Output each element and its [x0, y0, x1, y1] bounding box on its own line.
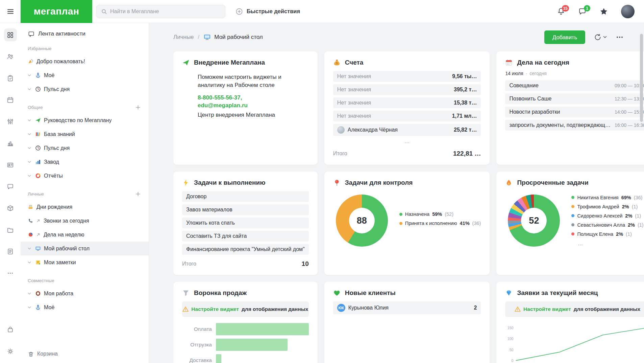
invoice-row[interactable]: Александра Чёрная25,82 т…: [333, 124, 481, 136]
today-row[interactable]: Позвонить Саше12:30 — 13:00: [505, 93, 644, 104]
rail-contacts-button[interactable]: [4, 158, 17, 171]
sidebar-item-my-work[interactable]: Моя работа: [21, 287, 149, 300]
chevron-down-icon[interactable]: [27, 146, 32, 150]
sidebar-item-mine-shared[interactable]: Моё: [21, 300, 149, 314]
today-row[interactable]: Новости разработки14:00 — 15:00: [505, 107, 644, 117]
search-input[interactable]: [110, 8, 221, 15]
refresh-button[interactable]: [594, 33, 607, 41]
sidebar-item-my-desktop[interactable]: Мой рабочий стол: [21, 242, 149, 255]
funnel-category: Оплата: [182, 326, 212, 332]
sidebar-item-label: Руководство по Мегаплану: [44, 117, 112, 123]
messages-button[interactable]: 1: [578, 7, 587, 16]
favorites-button[interactable]: [599, 7, 608, 16]
invoice-row[interactable]: Нет значения395,2 т…: [333, 84, 481, 95]
today-row[interactable]: Совещание09:00 — 10:00: [505, 80, 644, 91]
page-menu-button[interactable]: [616, 33, 624, 41]
chevron-down-icon[interactable]: [27, 160, 32, 164]
client-row[interactable]: ЮККурынова Юлия2: [333, 301, 481, 314]
legend-item[interactable]: Сидоренко Алексей2%(1): [571, 213, 643, 219]
sidebar-item-welcome[interactable]: Добро пожаловать!: [21, 54, 149, 68]
rail-dashboard-button[interactable]: [4, 28, 17, 41]
sidebar-item-day-pulse-fav[interactable]: Пульс дня: [21, 82, 149, 96]
configure-widget-banner[interactable]: Настройте виджет для отображения данных: [505, 301, 644, 317]
add-widget-button[interactable]: Добавить: [544, 30, 585, 44]
rail-settings-button[interactable]: [4, 345, 17, 358]
legend-item[interactable]: Полищук Елена2%(1): [571, 231, 643, 237]
configure-widget-banner[interactable]: Настройте виджет для отображения данных: [182, 301, 309, 317]
notifications-button[interactable]: 15: [557, 7, 565, 16]
rail-deals-button[interactable]: [4, 323, 17, 336]
brand-logo[interactable]: мегаплан: [21, 0, 92, 23]
rail-documents-button[interactable]: [4, 223, 17, 236]
legend-more[interactable]: …: [577, 241, 643, 247]
funnel-row[interactable]: Отгрузка: [182, 339, 309, 351]
invoice-row[interactable]: Нет значения1,71 мл…: [333, 111, 481, 121]
sidebar-item-reports[interactable]: Отчёты: [21, 169, 149, 183]
funnel-row[interactable]: Оплата: [182, 323, 309, 335]
sidebar-item-calls-today[interactable]: Звонки за сегодня: [21, 214, 149, 228]
legend-item[interactable]: Никитина Евгения69%(36): [571, 195, 643, 200]
configure-widget-link[interactable]: Настройте виджет: [191, 306, 239, 312]
chevron-down-icon[interactable]: [27, 87, 32, 91]
page-scrollbar[interactable]: [640, 34, 643, 122]
breadcrumb-parent[interactable]: Личные: [173, 34, 194, 41]
rail-news-button[interactable]: [4, 245, 17, 258]
chevron-down-icon[interactable]: [27, 305, 32, 310]
chevron-down-icon[interactable]: [27, 247, 32, 251]
funnel-row[interactable]: Доставка: [182, 354, 309, 363]
chevron-down-icon[interactable]: [27, 132, 32, 136]
task-row[interactable]: Финансирование проекта "Умный детский до…: [182, 244, 309, 255]
chevron-down-icon[interactable]: [27, 73, 32, 77]
legend-item[interactable]: Назначена59%(52): [399, 211, 481, 217]
configure-widget-link[interactable]: Настройте виджет: [523, 306, 571, 312]
chevron-down-icon[interactable]: [27, 260, 32, 265]
rail-calendar-button[interactable]: [4, 93, 17, 106]
line-chart[interactable]: 050100150нед 1нед 2нед 3нед 4: [505, 320, 644, 363]
sidebar-item-knowledge-base[interactable]: База знаний: [21, 127, 149, 141]
sidebar-item-day-pulse[interactable]: Пульс дня: [21, 141, 149, 155]
chevron-down-icon[interactable]: [27, 118, 32, 122]
rail-more-button[interactable]: [4, 267, 17, 279]
invoice-row[interactable]: Нет значения15,38 т…: [333, 97, 481, 108]
task-row[interactable]: Договор: [182, 191, 309, 202]
quick-actions-button[interactable]: Быстрые действия: [236, 8, 300, 15]
widget-title: Дела на сегодня: [517, 59, 569, 66]
activity-feed-link[interactable]: Лента активности: [21, 30, 149, 37]
task-row[interactable]: Завоз материалов: [182, 204, 309, 215]
rail-tasks-button[interactable]: [4, 72, 17, 85]
rail-messenger-button[interactable]: [4, 180, 17, 193]
add-dashboard-button[interactable]: [135, 191, 141, 197]
trash-link[interactable]: Корзина: [21, 351, 149, 357]
legend-item[interactable]: Трофимов Андрей2%(1): [571, 204, 643, 209]
feed-icon: [28, 31, 34, 37]
sidebar-item-birthdays[interactable]: Дни рождения: [21, 200, 149, 214]
user-avatar[interactable]: [621, 5, 635, 18]
menu-button[interactable]: [0, 0, 21, 23]
sidebar: Лента активности Избранные Добро пожалов…: [21, 23, 149, 363]
rail-employees-button[interactable]: [4, 50, 17, 63]
onboarding-contact-link[interactable]: 8-800-555-56-37, edu@megaplan.ru: [198, 94, 282, 110]
donut-chart[interactable]: 52: [508, 195, 560, 247]
donut-chart[interactable]: 88: [336, 195, 388, 247]
rail-reports-button[interactable]: [4, 137, 17, 150]
chevron-down-icon[interactable]: [27, 174, 32, 178]
legend-item[interactable]: Севастьянович Алла2%(1): [571, 222, 643, 228]
sidebar-item-factory[interactable]: Завод: [21, 155, 149, 169]
task-row[interactable]: Уложить кота спать: [182, 218, 309, 228]
sidebar-item-mine-fav[interactable]: Моё: [21, 68, 149, 82]
calendar-icon: [505, 59, 513, 66]
invoices-more[interactable]: …: [333, 138, 481, 144]
sidebar-item-my-notes[interactable]: Мои заметки: [21, 255, 149, 269]
grid-icon: [7, 31, 14, 39]
task-row[interactable]: Составить ТЗ для сайта: [182, 231, 309, 242]
sidebar-item-week-tasks[interactable]: Дела на неделю: [21, 228, 149, 242]
sidebar-item-guide[interactable]: Руководство по Мегаплану: [21, 113, 149, 127]
onboarding-text: Поможем настроить виджеты и аналитику на…: [198, 73, 282, 89]
invoice-row[interactable]: Нет значения9,56 ты…: [333, 71, 481, 82]
rail-processes-button[interactable]: [4, 115, 17, 128]
legend-item[interactable]: Принята к исполнению41%(36): [399, 221, 481, 226]
add-dashboard-button[interactable]: [135, 105, 141, 110]
today-row[interactable]: запросить документы, подтверждающ…16:00 …: [505, 120, 644, 131]
rail-products-button[interactable]: [4, 202, 17, 214]
chevron-down-icon[interactable]: [27, 292, 32, 296]
